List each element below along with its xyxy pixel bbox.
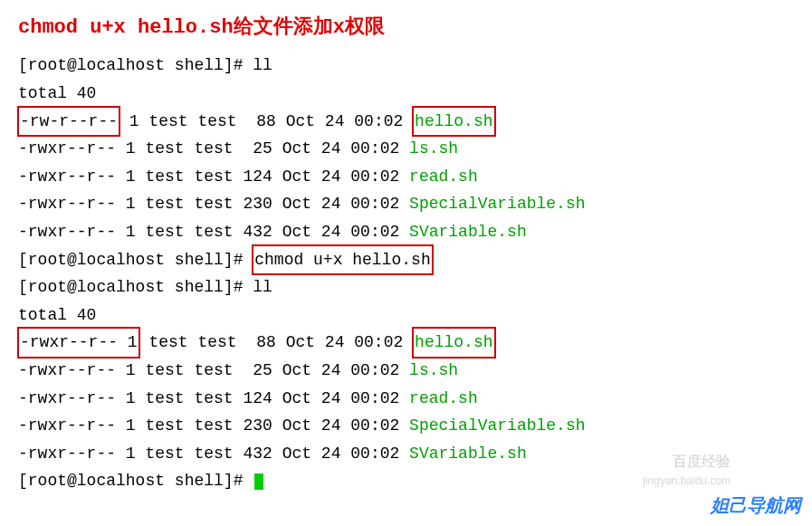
shell-prompt: [root@localhost shell]# (18, 56, 253, 74)
terminal-line: total 40 (18, 301, 794, 330)
shell-prompt: [root@localhost shell]# (18, 472, 253, 490)
chmod-command-highlighted: chmod u+x hello.sh (252, 244, 433, 276)
permissions-highlighted: -rw-r--r-- (17, 106, 120, 138)
shell-prompt: [root@localhost shell]# (18, 278, 253, 296)
filename: SpecialVariable.sh (409, 416, 585, 435)
filename: read.sh (409, 167, 478, 186)
permissions: -rwxr--r-- (18, 139, 116, 158)
filename: ls.sh (409, 361, 458, 379)
terminal-line: [root@localhost shell]# ll (18, 273, 794, 301)
filename: read.sh (409, 389, 478, 407)
file-row: -rwxr--r-- 1 test test 88 Oct 24 00:02 h… (18, 329, 794, 357)
file-row: -rwxr--r-- 1 test test 230 Oct 24 00:02 … (18, 412, 794, 440)
file-row: -rwxr--r-- 1 test test 432 Oct 24 00:02 … (18, 440, 794, 468)
permissions-highlighted: -rwxr--r-- 1 (17, 327, 140, 359)
title-annotation: chmod u+x hello.sh给文件添加x权限 (18, 11, 794, 44)
permissions: -rwxr--r-- (18, 223, 116, 241)
terminal-line: [root@localhost shell]# (18, 467, 794, 495)
shell-prompt: [root@localhost shell]# (18, 251, 253, 269)
command-text: ll (253, 56, 272, 74)
permissions: -rwxr--r-- (18, 361, 116, 379)
file-row: -rwxr--r-- 1 test test 124 Oct 24 00:02 … (18, 163, 794, 191)
file-row: -rwxr--r-- 1 test test 230 Oct 24 00:02 … (18, 190, 794, 218)
terminal-line: [root@localhost shell]# ll (18, 52, 794, 80)
filename-highlighted: hello.sh (412, 327, 495, 359)
file-listing-before: -rw-r--r-- 1 test test 88 Oct 24 00:02 h… (18, 108, 794, 246)
filename: SVariable.sh (409, 223, 527, 241)
permissions: -rwxr--r-- (18, 416, 116, 435)
permissions: -rwxr--r-- (18, 389, 116, 407)
terminal-line: [root@localhost shell]# chmod u+x hello.… (18, 246, 794, 274)
footer-logo: 妲己导航网 (711, 490, 801, 521)
file-row: -rwxr--r-- 1 test test 124 Oct 24 00:02 … (18, 385, 794, 413)
file-row: -rwxr--r-- 1 test test 432 Oct 24 00:02 … (18, 218, 794, 246)
file-row: -rw-r--r-- 1 test test 88 Oct 24 00:02 h… (18, 108, 794, 136)
filename: SpecialVariable.sh (409, 195, 585, 213)
file-listing-after: -rwxr--r-- 1 test test 88 Oct 24 00:02 h… (18, 329, 794, 467)
file-row: -rwxr--r-- 1 test test 25 Oct 24 00:02 l… (18, 357, 794, 385)
terminal-line: total 40 (18, 80, 794, 108)
cursor-icon[interactable] (254, 473, 263, 490)
permissions: -rwxr--r-- (18, 195, 116, 213)
permissions: -rwxr--r-- (18, 445, 116, 463)
filename-highlighted: hello.sh (412, 106, 495, 138)
command-text: ll (253, 278, 272, 296)
file-row: -rwxr--r-- 1 test test 25 Oct 24 00:02 l… (18, 135, 794, 163)
filename: ls.sh (409, 139, 458, 158)
permissions: -rwxr--r-- (18, 167, 116, 186)
filename: SVariable.sh (409, 445, 527, 463)
